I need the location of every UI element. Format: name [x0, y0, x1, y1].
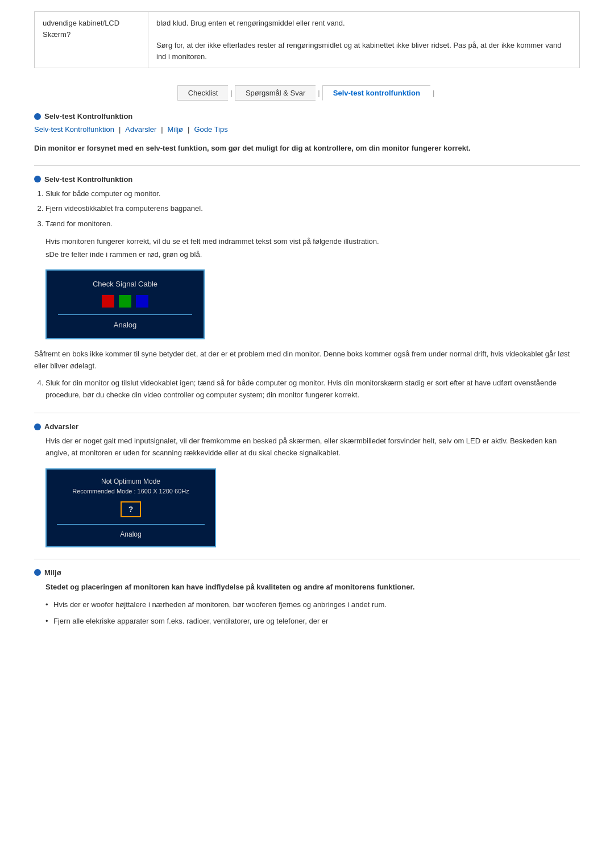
tab-sep-3: | — [430, 89, 437, 97]
green-square — [119, 295, 131, 308]
sub-nav-sep-2: | — [161, 125, 163, 134]
advarsler-box: Not Optimum Mode Recommended Mode : 1600… — [45, 468, 216, 547]
step-2: Fjern videostikkablet fra computerens ba… — [45, 203, 580, 215]
section3-title: Miljø — [44, 568, 61, 577]
red-square — [102, 295, 114, 308]
divider-2 — [34, 413, 580, 413]
section1-para-after: Såfremt en boks ikke kommer til syne bet… — [34, 348, 580, 372]
tab-sporgsmaal[interactable]: Spørgsmål & Svar — [235, 85, 316, 101]
section-advarsler: Advarsler Hvis der er noget galt med inp… — [34, 422, 580, 547]
question-mark: ? — [128, 505, 134, 514]
divider-3 — [34, 559, 580, 559]
bullet-1: Hvis der er woofer højttalere i nærheden… — [45, 599, 580, 611]
step-4: Sluk for din monitor og tilslut videokab… — [45, 377, 580, 401]
table-cell-question: udvendige kabinet/LCD Skærm? — [35, 12, 148, 68]
table-cell-answer: blød klud. Brug enten et rengøringsmidde… — [148, 12, 580, 68]
step3-cont2: sDe tre felter inde i rammen er rød, grø… — [45, 249, 580, 260]
sub-nav-selvtest[interactable]: Selv-test Kontrolfunktion — [34, 125, 114, 134]
answer-line1: blød klud. Brug enten et rengøringsmidde… — [156, 19, 345, 27]
signal-colors — [58, 295, 192, 308]
section3-bold-intro: Stedet og placeringen af monitoren kan h… — [45, 582, 580, 593]
bullet-2: Fjern alle elekriske apparater som f.eks… — [45, 616, 580, 628]
step3-cont1: Hvis monitoren fungerer korrekt, vil du … — [45, 236, 580, 247]
section2-dot-icon — [34, 423, 41, 430]
section3-dot-icon — [34, 569, 41, 576]
section1-step4-list: Sluk for din monitor og tilslut videokab… — [45, 377, 580, 401]
nav-tabs: Checklist | Spørgsmål & Svar | Selv-test… — [34, 85, 580, 101]
section1-title: Selv-test Kontrolfunktion — [44, 175, 132, 184]
step-1: Sluk for både computer og monitor. — [45, 188, 580, 200]
tab-selvtest[interactable]: Selv-test kontrolfunktion — [322, 85, 430, 101]
answer-line2: Sørg for, at der ikke efterlades rester … — [156, 41, 561, 61]
section1-steps: Sluk for både computer og monitor. Fjern… — [45, 188, 580, 230]
tab-checklist[interactable]: Checklist — [177, 85, 229, 101]
section-selvtest: Selv-test Kontrolfunktion Sluk for både … — [34, 175, 580, 402]
advarsler-box-subtitle: Recommended Mode : 1600 X 1200 60Hz — [57, 488, 205, 495]
top-table: udvendige kabinet/LCD Skærm? blød klud. … — [34, 11, 580, 68]
sub-nav: Selv-test Kontrolfunktion | Advarsler | … — [34, 125, 580, 134]
section1-title-row: Selv-test Kontrolfunktion — [34, 175, 580, 184]
blue-square — [136, 295, 148, 308]
section2-title-row: Advarsler — [34, 422, 580, 431]
step-3: Tænd for monitoren. — [45, 218, 580, 230]
page-heading-row: Selv-test Kontrolfunktion — [34, 112, 580, 121]
section-miljo: Miljø Stedet og placeringen af monitoren… — [34, 568, 580, 628]
signal-cable-box: Check Signal Cable Analog — [45, 269, 205, 339]
signal-box-title: Check Signal Cable — [58, 280, 192, 288]
sub-nav-godetips[interactable]: Gode Tips — [194, 125, 227, 134]
tab-sep-2: | — [316, 89, 322, 97]
question-box: ? — [121, 501, 141, 517]
page-heading: Selv-test Kontrolfunktion — [44, 112, 132, 121]
intro-bold: Din monitor er forsynet med en selv-test… — [34, 143, 580, 154]
signal-box-bottom: Analog — [58, 314, 192, 329]
section3-title-row: Miljø — [34, 568, 580, 577]
sub-nav-sep-3: | — [188, 125, 189, 134]
advarsler-box-bottom: Analog — [57, 524, 205, 538]
sub-nav-advarsler[interactable]: Advarsler — [125, 125, 156, 134]
section2-para: Hvis der er noget galt med inputsignalet… — [45, 435, 580, 459]
blue-dot-icon — [34, 113, 41, 120]
sub-nav-miljo[interactable]: Miljø — [168, 125, 183, 134]
divider-1 — [34, 165, 580, 166]
section3-bullets: Hvis der er woofer højttalere i nærheden… — [45, 599, 580, 628]
advarsler-box-title: Not Optimum Mode — [57, 477, 205, 485]
sub-nav-sep-1: | — [119, 125, 121, 134]
section1-dot-icon — [34, 176, 41, 182]
section2-title: Advarsler — [44, 422, 78, 431]
tab-sep-1: | — [228, 89, 234, 97]
